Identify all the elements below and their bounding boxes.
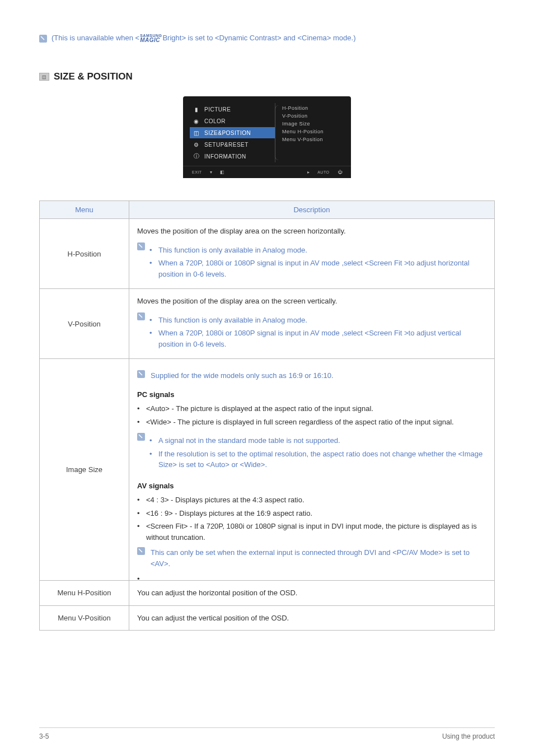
desc-cell: Moves the position of the display area o… [129, 289, 495, 359]
sizepos-icon: ◫ [193, 129, 200, 136]
heading-icon: ◫ [39, 73, 49, 81]
osd-right-list: H-Position V-Position Image Size Menu H-… [275, 103, 351, 162]
footer-title: Using the product [442, 732, 495, 740]
table-row: Menu H-Position You can adjust the horiz… [40, 581, 495, 606]
desc-cell: Supplied for the wide models only such a… [129, 359, 495, 581]
osd-item-color[interactable]: ◉COLOR [190, 115, 275, 127]
osd-auto-label[interactable]: AUTO [317, 170, 329, 174]
menu-cell: H-Position [40, 219, 129, 289]
osd-item-sizeposition[interactable]: ◫SIZE&POSITION [190, 127, 275, 138]
osd-right-item[interactable]: Menu V-Position [282, 137, 351, 142]
list-item: <Auto> - The picture is displayed at the… [137, 403, 486, 414]
list-item: <4 : 3> - Displays pictures at the 4:3 a… [137, 494, 486, 506]
desc-cell: Moves the position of the display area o… [129, 219, 495, 289]
page-number: 3-5 [39, 732, 49, 740]
note-icon [137, 433, 145, 441]
table-row: Image Size Supplied for the wide models … [40, 359, 495, 581]
heading-text: SIZE & POSITION [54, 71, 133, 82]
intro-text: Moves the position of the display area o… [137, 296, 486, 307]
note-item: If the resolution is set to the optimal … [149, 449, 486, 470]
info-icon: ⓘ [193, 153, 200, 160]
top-unavailable-note: (This is unavailable when <SAMSUNGMAGICB… [39, 34, 495, 43]
note-icon [39, 35, 47, 43]
av-signals-heading: AV signals [137, 480, 486, 492]
note-text-suffix: Bright> is set to <Dynamic Contrast> and… [162, 34, 355, 42]
picture-icon: ▮ [193, 106, 200, 113]
note-icon [137, 312, 145, 320]
list-item: <Wide> - The picture is displayed in ful… [137, 417, 486, 428]
note-item: When a 720P, 1080i or 1080P signal is in… [149, 328, 486, 349]
section-heading: ◫ SIZE & POSITION [39, 71, 495, 82]
osd-right-item[interactable]: Image Size [282, 121, 351, 127]
top-note-text: Supplied for the wide models only such a… [151, 370, 334, 381]
osd-item-information[interactable]: ⓘINFORMATION [190, 151, 275, 162]
samsung-magic-logo: SAMSUNGMAGIC [140, 34, 162, 43]
menu-cell: Menu H-Position [40, 581, 129, 606]
note-item: When a 720P, 1080i or 1080P signal is in… [149, 258, 486, 279]
osd-exit-label[interactable]: EXIT [192, 170, 202, 174]
menu-cell: Menu V-Position [40, 605, 129, 631]
list-item: <Screen Fit> - If a 720P, 1080i or 1080P… [137, 521, 486, 543]
osd-footer: EXIT ▾ ◧ ▸ AUTO ⏻ [183, 166, 351, 175]
av-note-text: This can only be set when the external i… [151, 547, 486, 569]
note-text-prefix: (This is unavailable when < [51, 34, 139, 42]
osd-left-menu: ▮PICTURE ◉COLOR ◫SIZE&POSITION ⚙SETUP&RE… [183, 103, 275, 162]
color-icon: ◉ [193, 118, 200, 124]
enter-icon[interactable]: ▸ [307, 170, 310, 175]
page-footer: 3-5 Using the product [39, 727, 495, 740]
desc-cell: You can adjust the vertical position of … [129, 605, 495, 631]
osd-right-item[interactable]: Menu H-Position [282, 129, 351, 134]
power-icon[interactable]: ⏻ [338, 170, 343, 175]
menu-cell: Image Size [40, 359, 129, 581]
desc-cell: You can adjust the horizontal position o… [129, 581, 495, 606]
list-item: <16 : 9> - Displays pictures at the 16:9… [137, 508, 486, 519]
menu-description-table: Menu Description H-Position Moves the po… [39, 200, 495, 631]
note-icon [137, 242, 145, 250]
menu-cell: V-Position [40, 289, 129, 359]
table-row: H-Position Moves the position of the dis… [40, 219, 495, 289]
intro-text: Moves the position of the display area o… [137, 226, 486, 237]
osd-right-item[interactable]: H-Position [282, 105, 351, 111]
note-item: A signal not in the standard mode table … [149, 435, 486, 446]
setup-icon: ⚙ [193, 141, 200, 148]
th-desc: Description [129, 201, 495, 219]
note-icon [137, 370, 145, 378]
osd-item-picture[interactable]: ▮PICTURE [190, 104, 275, 115]
adjust-icon[interactable]: ◧ [220, 170, 225, 175]
osd-right-item[interactable]: V-Position [282, 113, 351, 119]
th-menu: Menu [40, 201, 129, 219]
note-icon [137, 547, 145, 555]
note-item: This function is only available in Analo… [149, 245, 486, 256]
down-icon[interactable]: ▾ [210, 170, 213, 175]
table-row: Menu V-Position You can adjust the verti… [40, 605, 495, 631]
note-item: This function is only available in Analo… [149, 315, 486, 326]
osd-panel: ▮PICTURE ◉COLOR ◫SIZE&POSITION ⚙SETUP&RE… [183, 96, 351, 178]
osd-item-setupreset[interactable]: ⚙SETUP&RESET [190, 139, 275, 150]
table-row: V-Position Moves the position of the dis… [40, 289, 495, 359]
pc-signals-heading: PC signals [137, 389, 486, 400]
